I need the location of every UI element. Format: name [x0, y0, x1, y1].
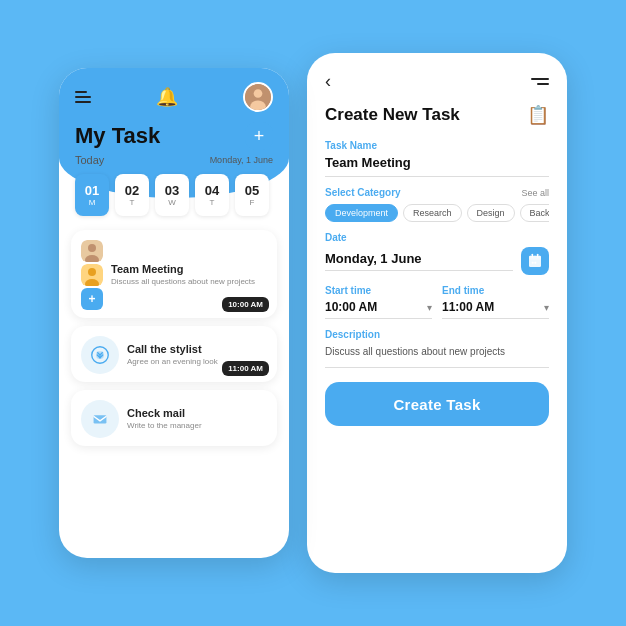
clipboard-icon: 📋	[527, 104, 549, 126]
right-header: ‹	[325, 71, 549, 92]
today-label: Today	[75, 154, 104, 166]
description-field[interactable]: Discuss all questions about new projects	[325, 344, 549, 368]
hamburger-icon[interactable]	[75, 91, 91, 103]
calendar-day-3[interactable]: 03 W	[155, 174, 189, 216]
add-avatar-btn[interactable]: +	[81, 288, 103, 310]
task-desc: Discuss all questions about new projects	[111, 277, 267, 287]
tag-backend[interactable]: Backend	[520, 204, 549, 222]
task-avatars: +	[81, 240, 103, 310]
task-name-label: Task Name	[325, 140, 549, 151]
task-icon-phone	[81, 336, 119, 374]
avatar-1	[81, 240, 103, 262]
left-title-row: My Task +	[59, 112, 289, 150]
svg-point-1	[254, 89, 263, 98]
left-screen: 🔔 My Task + Today Monday, 1 June 01 M	[59, 68, 289, 558]
tasks-list: + Team Meeting Discuss all questions abo…	[59, 224, 289, 452]
calendar-day-1[interactable]: 01 M	[75, 174, 109, 216]
task-card-check-mail[interactable]: Check mail Write to the manager	[71, 390, 277, 446]
calendar-day-4[interactable]: 04 T	[195, 174, 229, 216]
tag-development[interactable]: Development	[325, 204, 398, 222]
task-time: 10:00 AM	[222, 297, 269, 312]
task-name: Team Meeting	[111, 263, 267, 275]
svg-point-4	[88, 244, 96, 252]
bell-icon[interactable]: 🔔	[156, 86, 178, 108]
tag-design[interactable]: Design	[467, 204, 515, 222]
start-time-row: 10:00 AM ▾	[325, 300, 432, 319]
start-time-label: Start time	[325, 285, 432, 296]
add-task-button[interactable]: +	[245, 122, 273, 150]
calendar-button[interactable]	[521, 247, 549, 275]
end-time-label: End time	[442, 285, 549, 296]
task-info: Team Meeting Discuss all questions about…	[111, 263, 267, 287]
create-task-button[interactable]: Create Task	[325, 382, 549, 426]
category-row: Select Category See all	[325, 187, 549, 198]
start-time-value[interactable]: 10:00 AM	[325, 300, 377, 314]
svg-point-7	[88, 268, 96, 276]
task-icon-mail	[81, 400, 119, 438]
screen-title: Create New Task	[325, 105, 460, 125]
svg-rect-12	[94, 415, 107, 423]
task-name-field[interactable]: Team Meeting	[325, 155, 549, 177]
today-row: Today Monday, 1 June	[59, 150, 289, 166]
end-time-value[interactable]: 11:00 AM	[442, 300, 494, 314]
back-button[interactable]: ‹	[325, 71, 331, 92]
calendar-day-2[interactable]: 02 T	[115, 174, 149, 216]
svg-rect-17	[532, 262, 534, 264]
menu-icon[interactable]	[531, 78, 549, 85]
task-info-mail: Check mail Write to the manager	[127, 407, 267, 431]
task-card-call-stylist[interactable]: Call the stylist Agree on an evening loo…	[71, 326, 277, 382]
see-all-link[interactable]: See all	[521, 188, 549, 198]
right-screen: ‹ Create New Task 📋 Task Name Team Meeti…	[307, 53, 567, 573]
time-row: Start time 10:00 AM ▾ End time 11:00 AM …	[325, 285, 549, 319]
task-desc-mail: Write to the manager	[127, 421, 267, 431]
screen-title-row: Create New Task 📋	[325, 104, 549, 126]
date-row: Monday, 1 June	[325, 247, 549, 275]
calendar-strip: 01 M 02 T 03 W 04 T 05 F	[59, 166, 289, 224]
avatar-2	[81, 264, 103, 286]
date-label: Date	[325, 232, 549, 243]
left-header: 🔔	[59, 68, 289, 112]
page-title: My Task	[75, 123, 160, 149]
avatar	[243, 82, 273, 112]
svg-rect-18	[534, 262, 536, 264]
category-tags: Development Research Design Backend	[325, 204, 549, 222]
date-field[interactable]: Monday, 1 June	[325, 251, 513, 271]
current-date: Monday, 1 June	[210, 155, 273, 165]
end-time-row: 11:00 AM ▾	[442, 300, 549, 319]
calendar-day-5[interactable]: 05 F	[235, 174, 269, 216]
description-label: Description	[325, 329, 549, 340]
task-name-mail: Check mail	[127, 407, 267, 419]
start-time-chevron[interactable]: ▾	[427, 302, 432, 313]
tag-research[interactable]: Research	[403, 204, 462, 222]
end-time-field: End time 11:00 AM ▾	[442, 285, 549, 319]
task-time-stylist: 11:00 AM	[222, 361, 269, 376]
end-time-chevron[interactable]: ▾	[544, 302, 549, 313]
svg-rect-14	[529, 256, 541, 260]
task-card-team-meeting[interactable]: + Team Meeting Discuss all questions abo…	[71, 230, 277, 318]
task-name-stylist: Call the stylist	[127, 343, 267, 355]
start-time-field: Start time 10:00 AM ▾	[325, 285, 432, 319]
category-label: Select Category	[325, 187, 401, 198]
